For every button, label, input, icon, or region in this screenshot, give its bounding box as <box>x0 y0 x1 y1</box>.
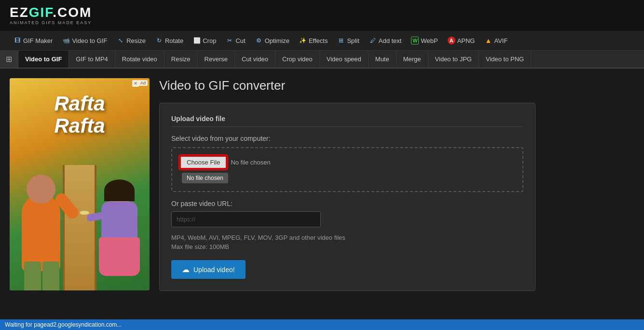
nav-label-video-to-gif: Video to GIF <box>72 37 107 44</box>
nav-label-optimize: Optimize <box>265 37 289 44</box>
ad-badge: Ad <box>138 80 148 86</box>
subnav-item-crop-video[interactable]: Crop video <box>275 51 320 68</box>
logo[interactable]: EZGIF.COM ANIMATED GIFS MADE EASY <box>10 6 92 25</box>
apng-icon: A <box>448 37 455 44</box>
no-file-tooltip: No file chosen <box>182 173 228 183</box>
header: EZGIF.COM ANIMATED GIFS MADE EASY <box>0 0 644 31</box>
nav-label-rotate: Rotate <box>165 37 183 44</box>
nav-item-crop[interactable]: ⬜ Crop <box>189 35 220 46</box>
nav-label-effects: Effects <box>309 37 328 44</box>
nav-label-cut: Cut <box>235 37 245 44</box>
select-label: Select video from your computer: <box>171 135 523 142</box>
split-icon: ⊞ <box>337 37 345 44</box>
ad-sidebar: Ad × RaftaRafta <box>10 78 150 290</box>
page-title: Video to GIF converter <box>159 78 634 93</box>
url-input[interactable] <box>171 211 321 227</box>
nav-item-avif[interactable]: ▲ AVIF <box>480 35 511 46</box>
nav-label-add-text: Add text <box>379 37 402 44</box>
nav-label-gif-maker: GIF Maker <box>23 37 53 44</box>
nav-item-split[interactable]: ⊞ Split <box>333 35 363 46</box>
subnav-item-reverse[interactable]: Reverse <box>198 51 235 68</box>
ad-title: RaftaRafta <box>54 93 105 137</box>
optimize-icon: ⚙ <box>255 37 263 44</box>
crop-icon: ⬜ <box>193 37 201 44</box>
upload-box: Upload video file Select video from your… <box>159 103 535 291</box>
rotate-icon: ↻ <box>155 37 163 44</box>
main-content: Ad × RaftaRafta <box>0 69 644 301</box>
subnav-item-resize[interactable]: Resize <box>164 51 198 68</box>
logo-com: .COM <box>53 5 92 20</box>
nav-item-gif-maker[interactable]: 🎞 GIF Maker <box>10 35 56 46</box>
resize-icon: ⤡ <box>117 37 124 44</box>
or-paste-label: Or paste video URL: <box>171 200 523 207</box>
effects-icon: ✨ <box>299 37 307 44</box>
upload-button[interactable]: ☁ Upload video! <box>171 260 246 279</box>
file-input-row: Choose File No file chosen <box>180 156 271 169</box>
subnav-item-merge[interactable]: Merge <box>397 51 428 68</box>
nav-label-avif: AVIF <box>494 37 507 44</box>
nav-item-apng[interactable]: A APNG <box>444 35 479 46</box>
nav-label-crop: Crop <box>203 37 216 44</box>
add-text-icon: 🖊 <box>369 37 377 44</box>
nav-item-video-to-gif[interactable]: 📹 Video to GIF <box>58 35 111 46</box>
upload-icon: ☁ <box>182 265 190 274</box>
nav-item-resize[interactable]: ⤡ Resize <box>113 35 150 46</box>
subnav-item-gif-to-mp4[interactable]: GIF to MP4 <box>69 51 115 68</box>
gif-maker-icon: 🎞 <box>14 37 21 44</box>
nav-item-add-text[interactable]: 🖊 Add text <box>365 35 406 46</box>
formats-text: MP4, WebM, AVI, MPEG, FLV, MOV, 3GP and … <box>171 234 523 241</box>
file-input-area: Choose File No file chosen No file chose… <box>171 147 523 192</box>
subnav-item-rotate-video[interactable]: Rotate video <box>115 51 164 68</box>
nav-label-apng: APNG <box>457 37 475 44</box>
upload-section-title: Upload video file <box>171 115 523 127</box>
logo-gif: GIF <box>29 5 53 20</box>
status-text: Waiting for pagead2.googlesyndication.co… <box>5 321 122 328</box>
filesize-text: Max file size: 100MB <box>171 243 523 250</box>
status-bar: Waiting for pagead2.googlesyndication.co… <box>0 319 644 330</box>
subnav-item-video-to-gif[interactable]: Video to GIF <box>18 51 69 68</box>
logo-text: EZGIF.COM <box>10 6 92 19</box>
upload-button-label: Upload video! <box>193 266 235 274</box>
nav-item-webp[interactable]: W WebP <box>407 35 441 46</box>
no-file-chosen-text: No file chosen <box>231 159 270 166</box>
nav-item-cut[interactable]: ✂ Cut <box>222 35 249 46</box>
webp-icon: W <box>411 37 419 44</box>
top-nav: 🎞 GIF Maker 📹 Video to GIF ⤡ Resize ↻ Ro… <box>0 31 644 51</box>
video-to-gif-icon: 📹 <box>62 37 70 44</box>
nav-label-split: Split <box>347 37 359 44</box>
nav-item-effects[interactable]: ✨ Effects <box>295 35 332 46</box>
subnav-item-video-speed[interactable]: Video speed <box>320 51 369 68</box>
ad-people <box>10 165 150 290</box>
subnav-item-cut-video[interactable]: Cut video <box>235 51 275 68</box>
ad-close-button[interactable]: × <box>132 80 139 87</box>
cut-icon: ✂ <box>226 37 233 44</box>
choose-file-button[interactable]: Choose File <box>180 156 227 169</box>
logo-ez: EZ <box>10 5 29 20</box>
page-section: Video to GIF converter Upload video file… <box>159 78 634 291</box>
nav-item-rotate[interactable]: ↻ Rotate <box>151 35 187 46</box>
logo-tagline: ANIMATED GIFS MADE EASY <box>10 20 92 25</box>
nav-item-optimize[interactable]: ⚙ Optimize <box>251 35 293 46</box>
nav-label-webp: WebP <box>421 37 438 44</box>
subnav-item-mute[interactable]: Mute <box>369 51 397 68</box>
avif-icon: ▲ <box>484 37 492 44</box>
nav-label-resize: Resize <box>126 37 146 44</box>
subnav-item-video-to-png[interactable]: Video to PNG <box>479 51 531 68</box>
sub-nav: ⊞ Video to GIF GIF to MP4 Rotate video R… <box>0 51 644 69</box>
subnav-item-video-to-jpg[interactable]: Video to JPG <box>428 51 479 68</box>
ad-content: RaftaRafta <box>10 78 150 290</box>
sub-nav-grid-icon: ⊞ <box>0 51 18 68</box>
